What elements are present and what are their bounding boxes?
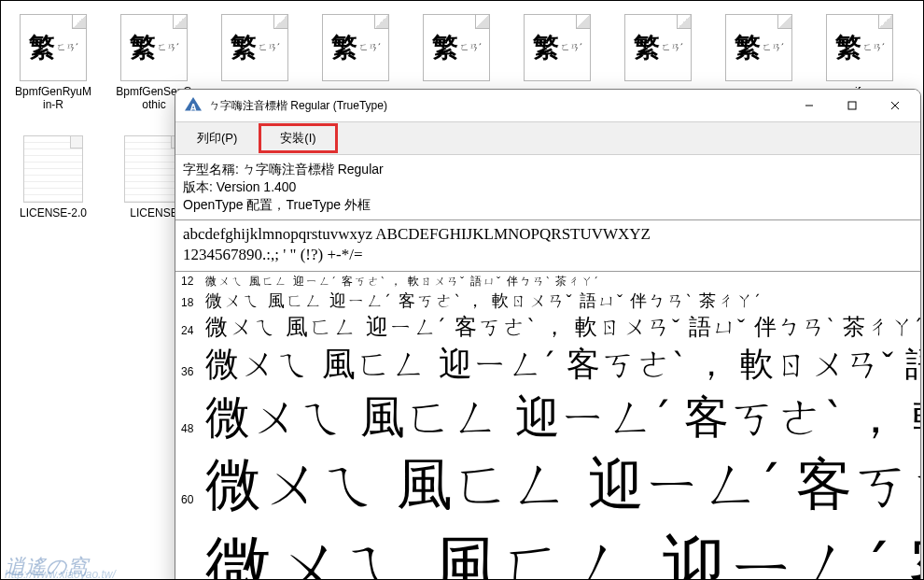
sample-60: 微ㄨㄟ 風ㄈㄥ 迎ㄧㄥˊ 客ㄎㄜˋ ， 軟ㄖㄨㄢˇ 語 <box>205 447 920 523</box>
ascii-sample: abcdefghijklmnopqrstuvwxyz ABCDEFGHIJKLM… <box>175 220 920 272</box>
titlebar[interactable]: ㄅ字嗨注音標楷 Regular (TrueType) <box>175 90 920 121</box>
font-metadata: 字型名稱: ㄅ字嗨注音標楷 Regular 版本: Version 1.400 … <box>175 155 920 220</box>
file-label: LICENSE <box>130 206 177 219</box>
sample-18: 微ㄨㄟ 風ㄈㄥ 迎ㄧㄥˊ 客ㄎㄜˋ ， 軟ㄖㄨㄢˇ 語ㄩˇ 伴ㄅㄢˋ 茶ㄔㄚˊ <box>205 290 762 312</box>
font-file-item[interactable]: 繁 ㄈㄢˊ BpmfGenRyuMin-R <box>14 14 92 112</box>
sample-12: 微ㄨㄟ 風ㄈㄥ 迎ㄧㄥˊ 客ㄎㄜˋ ， 軟ㄖㄨㄢˇ 語ㄩˇ 伴ㄅㄢˋ 茶ㄔㄚˊ <box>205 274 599 290</box>
svg-rect-1 <box>848 102 856 109</box>
font-viewer-window: ㄅ字嗨注音標楷 Regular (TrueType) 列印(P) 安裝(I) 字… <box>175 89 921 580</box>
font-version: 版本: Version 1.400 <box>183 178 913 196</box>
ascii-line1: abcdefghijklmnopqrstuvwxyz ABCDEFGHIJKLM… <box>183 224 913 245</box>
size-label-24: 24 <box>181 324 205 337</box>
size-label-60: 60 <box>181 493 205 506</box>
font-icon-small-glyph: ㄈㄢˊ <box>57 41 78 54</box>
print-button[interactable]: 列印(P) <box>177 125 257 151</box>
size-label-12: 12 <box>181 275 205 288</box>
minimize-button[interactable] <box>788 91 831 120</box>
watermark-url: http://www.xiaoyao.tw/ <box>5 568 116 580</box>
ascii-line2: 1234567890.:,; ' " (!?) +-*/= <box>183 245 913 265</box>
sample-72: 微ㄨㄟ 風ㄈㄥ 迎ㄧㄥˊ 客ㄎㄜˋ ， 軟 <box>205 523 920 580</box>
sample-48: 微ㄨㄟ 風ㄈㄥ 迎ㄧㄥˊ 客ㄎㄜˋ ， 軟ㄖㄨㄢˇ 語ㄩˇ 伴ㄅㄢˋ <box>205 388 920 447</box>
install-button[interactable]: 安裝(I) <box>260 125 335 151</box>
font-name: 字型名稱: ㄅ字嗨注音標楷 Regular <box>183 161 913 178</box>
file-label: BpmfGenRyuMin-R <box>14 85 92 112</box>
font-file-icon: 繁 ㄈㄢˊ <box>20 14 87 81</box>
size-label-18: 18 <box>181 296 205 309</box>
size-label-36: 36 <box>181 365 205 378</box>
window-title: ㄅ字嗨注音標楷 Regular (TrueType) <box>209 98 788 114</box>
file-label: LICENSE-2.0 <box>20 206 87 219</box>
maximize-button[interactable] <box>831 91 874 120</box>
font-icon-big-glyph: 繁 <box>29 30 55 65</box>
close-button[interactable] <box>874 91 917 120</box>
font-preview-area: 12 微ㄨㄟ 風ㄈㄥ 迎ㄧㄥˊ 客ㄎㄜˋ ， 軟ㄖㄨㄢˇ 語ㄩˇ 伴ㄅㄢˋ 茶ㄔ… <box>175 272 920 580</box>
font-format: OpenType 配置，TrueType 外框 <box>183 196 913 214</box>
size-label-48: 48 <box>181 422 205 435</box>
font-file-icon: 繁 ㄈㄢˊ <box>120 14 188 81</box>
text-file-icon <box>23 135 83 203</box>
sample-36: 微ㄨㄟ 風ㄈㄥ 迎ㄧㄥˊ 客ㄎㄜˋ ， 軟ㄖㄨㄢˇ 語ㄩˇ 伴ㄅㄢˋ 茶ㄔㄚˊ <box>205 342 920 388</box>
toolbar: 列印(P) 安裝(I) <box>175 121 920 155</box>
sample-24: 微ㄨㄟ 風ㄈㄥ 迎ㄧㄥˊ 客ㄎㄜˋ ， 軟ㄖㄨㄢˇ 語ㄩˇ 伴ㄅㄢˋ 茶ㄔㄚˊ <box>205 312 920 342</box>
text-file-item[interactable]: LICENSE-2.0 <box>14 132 92 219</box>
font-app-icon <box>185 97 202 114</box>
